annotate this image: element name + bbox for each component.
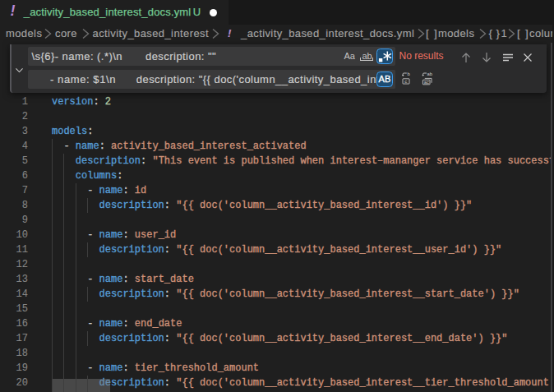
svg-text:ac: ac (423, 80, 428, 85)
svg-text:c: c (404, 79, 407, 84)
svg-text:ab: ab (427, 71, 432, 76)
svg-text:b: b (407, 71, 410, 76)
